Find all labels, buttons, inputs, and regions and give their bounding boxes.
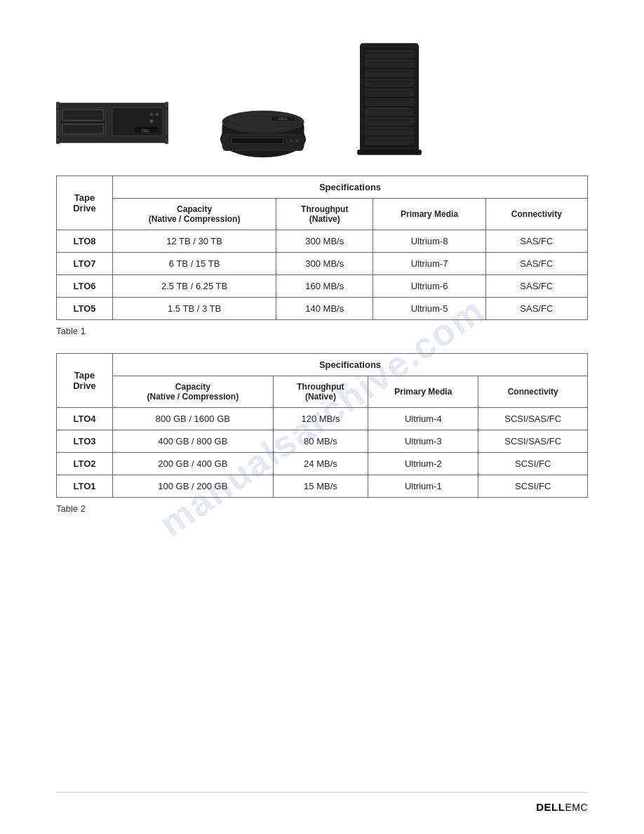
- svg-rect-30: [365, 50, 414, 58]
- page-content: DELL: [0, 0, 644, 587]
- svg-point-24: [295, 139, 299, 143]
- table2-caption: Table 2: [56, 503, 588, 514]
- drive-label: LTO7: [57, 253, 113, 275]
- svg-rect-38: [365, 127, 414, 135]
- capacity-cell: 100 GB / 200 GB: [113, 475, 274, 498]
- svg-point-8: [156, 113, 159, 117]
- connectivity-cell: SCSI/FC: [478, 475, 588, 498]
- svg-rect-39: [365, 137, 414, 145]
- footer: DELLEMC: [56, 792, 588, 813]
- primary-media-cell: Ultrium-6: [373, 275, 485, 298]
- table2-section: TapeDrive Specifications Capacity(Native…: [56, 353, 588, 514]
- connectivity-cell: SAS/FC: [485, 230, 587, 253]
- throughput-cell: 80 MB/s: [273, 430, 368, 453]
- primary-media-cell: Ultrium-2: [368, 453, 478, 475]
- svg-rect-50: [357, 150, 422, 154]
- svg-rect-31: [365, 60, 414, 67]
- table2: TapeDrive Specifications Capacity(Native…: [56, 353, 588, 498]
- svg-rect-37: [365, 118, 414, 126]
- throughput-cell: 120 MB/s: [273, 408, 368, 430]
- tape-cartridge-image: DELL: [217, 98, 309, 154]
- capacity-cell: 6 TB / 15 TB: [113, 253, 276, 275]
- table2-top-header-row: TapeDrive Specifications: [57, 354, 588, 376]
- svg-point-16: [166, 107, 168, 110]
- primary-media-cell: Ultrium-3: [368, 430, 478, 453]
- table1: TapeDrive Specifications Capacity(Native…: [56, 176, 588, 320]
- drive-label: LTO8: [57, 230, 113, 253]
- capacity-cell: 200 GB / 400 GB: [113, 453, 274, 475]
- table1-header-specifications: Specifications: [113, 176, 588, 199]
- svg-text:DELL: DELL: [142, 129, 150, 133]
- capacity-cell: 1.5 TB / 3 TB: [113, 298, 276, 320]
- connectivity-cell: SAS/FC: [485, 298, 587, 320]
- drive-label: LTO4: [57, 408, 113, 430]
- table1-header-throughput: Throughput(Native): [276, 199, 373, 230]
- primary-media-cell: Ultrium-7: [373, 253, 485, 275]
- throughput-cell: 300 MB/s: [276, 253, 373, 275]
- svg-point-15: [57, 135, 59, 138]
- table1-sub-header-row: Capacity(Native / Compression) Throughpu…: [57, 199, 588, 230]
- table-row: LTO8 12 TB / 30 TB 300 MB/s Ultrium-8 SA…: [57, 230, 588, 253]
- connectivity-cell: SAS/FC: [485, 253, 587, 275]
- svg-rect-5: [63, 124, 104, 133]
- svg-point-14: [57, 107, 59, 110]
- primary-media-cell: Ultrium-5: [373, 298, 485, 320]
- capacity-cell: 400 GB / 800 GB: [113, 430, 274, 453]
- connectivity-cell: SAS/FC: [485, 275, 587, 298]
- throughput-cell: 160 MB/s: [276, 275, 373, 298]
- connectivity-cell: SCSI/SAS/FC: [478, 430, 588, 453]
- svg-point-9: [150, 119, 154, 123]
- svg-point-17: [166, 135, 168, 138]
- throughput-cell: 140 MB/s: [276, 298, 373, 320]
- table-row: LTO6 2.5 TB / 6.25 TB 160 MB/s Ultrium-6…: [57, 275, 588, 298]
- svg-rect-33: [365, 79, 414, 87]
- drive-label: LTO3: [57, 430, 113, 453]
- table2-header-tape-drive: TapeDrive: [57, 354, 113, 408]
- product-images-section: DELL: [56, 28, 588, 154]
- table2-header-capacity: Capacity(Native / Compression): [113, 376, 274, 408]
- dell-logo-text: DELL: [536, 801, 565, 813]
- dell-emc-logo: DELLEMC: [536, 801, 588, 813]
- primary-media-cell: Ultrium-8: [373, 230, 485, 253]
- primary-media-cell: Ultrium-4: [368, 408, 478, 430]
- table2-header-connectivity: Connectivity: [478, 376, 588, 408]
- table-row: LTO2 200 GB / 400 GB 24 MB/s Ultrium-2 S…: [57, 453, 588, 475]
- table1-header-primary-media: Primary Media: [373, 199, 485, 230]
- table-row: LTO4 800 GB / 1600 GB 120 MB/s Ultrium-4…: [57, 408, 588, 430]
- svg-point-23: [290, 139, 293, 143]
- table1-top-header-row: TapeDrive Specifications: [57, 176, 588, 199]
- table2-header-throughput: Throughput(Native): [273, 376, 368, 408]
- table1-header-connectivity: Connectivity: [485, 199, 587, 230]
- svg-point-7: [150, 113, 154, 117]
- svg-rect-32: [365, 70, 414, 77]
- table2-header-primary-media: Primary Media: [368, 376, 478, 408]
- svg-rect-36: [365, 108, 414, 116]
- svg-rect-3: [63, 110, 104, 120]
- svg-rect-22: [232, 138, 283, 144]
- capacity-cell: 12 TB / 30 TB: [113, 230, 276, 253]
- table-row: LTO3 400 GB / 800 GB 80 MB/s Ultrium-3 S…: [57, 430, 588, 453]
- emc-logo-text: EMC: [565, 802, 588, 813]
- svg-rect-34: [365, 88, 414, 96]
- table1-section: TapeDrive Specifications Capacity(Native…: [56, 176, 588, 336]
- drive-label: LTO2: [57, 453, 113, 475]
- connectivity-cell: SCSI/FC: [478, 453, 588, 475]
- capacity-cell: 2.5 TB / 6.25 TB: [113, 275, 276, 298]
- table-row: LTO1 100 GB / 200 GB 15 MB/s Ultrium-1 S…: [57, 475, 588, 498]
- capacity-cell: 800 GB / 1600 GB: [113, 408, 274, 430]
- table1-header-tape-drive: TapeDrive: [57, 176, 113, 230]
- drive-label: LTO6: [57, 275, 113, 298]
- table1-caption: Table 1: [56, 326, 588, 336]
- table2-header-specifications: Specifications: [113, 354, 588, 376]
- tower-library-image: [351, 42, 428, 154]
- table1-header-capacity: Capacity(Native / Compression): [113, 199, 276, 230]
- svg-rect-35: [365, 98, 414, 106]
- table-row: LTO7 6 TB / 15 TB 300 MB/s Ultrium-7 SAS…: [57, 253, 588, 275]
- drive-label: LTO5: [57, 298, 113, 320]
- throughput-cell: 15 MB/s: [273, 475, 368, 498]
- drive-label: LTO1: [57, 475, 113, 498]
- svg-text:DELL: DELL: [279, 117, 287, 121]
- table2-sub-header-row: Capacity(Native / Compression) Throughpu…: [57, 376, 588, 408]
- connectivity-cell: SCSI/SAS/FC: [478, 408, 588, 430]
- primary-media-cell: Ultrium-1: [368, 475, 478, 498]
